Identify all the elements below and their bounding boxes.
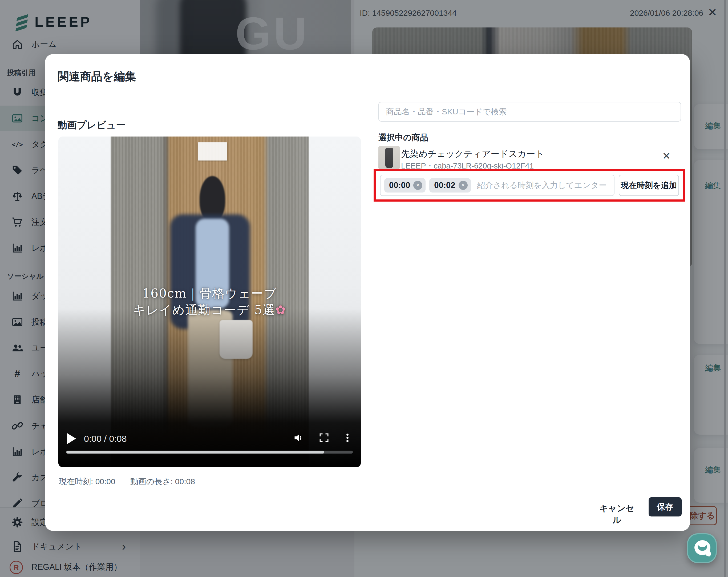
product-search-input[interactable] [379, 102, 681, 122]
product-title: 先染めチェックティアードスカート [401, 148, 544, 160]
play-icon[interactable] [67, 433, 76, 444]
video-time: 0:00 / 0:08 [84, 433, 127, 444]
video-controls: 0:00 / 0:08 [58, 427, 361, 467]
time-chip: 00:00 × [384, 178, 425, 193]
annotation-highlight: 00:00 × 00:02 × 紹介される時刻を入力してエンター 現在時刻を追加 [373, 169, 685, 202]
time-tags-input[interactable]: 00:00 × 00:02 × 紹介される時刻を入力してエンター [380, 175, 615, 196]
chat-widget-button[interactable] [687, 533, 717, 563]
video-caption-line1: 160cm｜骨格ウェーブ [58, 285, 361, 302]
video-preview-label: 動画プレビュー [57, 119, 126, 132]
duration-label: 動画の長さ: 00:08 [130, 476, 195, 487]
chat-bubble-icon [695, 540, 710, 555]
fullscreen-icon[interactable] [318, 432, 330, 444]
chip-remove-icon[interactable]: × [459, 181, 468, 190]
current-time-label: 現在時刻: 00:00 [59, 476, 115, 487]
app-root: LEEEP ホーム 投稿引用 収集 コン </> タグ ラベ [0, 0, 728, 577]
video-player[interactable]: 160cm｜骨格ウェーブ キレイめ通勤コーデ 5選✿ 0:00 / 0:08 [58, 136, 361, 467]
time-chip: 00:02 × [429, 178, 471, 193]
time-input-placeholder: 紹介される時刻を入力してエンター [477, 180, 607, 191]
modal-title: 関連商品を編集 [57, 69, 136, 84]
product-thumbnail [379, 146, 400, 169]
selected-products-heading: 選択中の商品 [379, 132, 428, 143]
save-button[interactable]: 保存 [649, 497, 682, 517]
chat-smile [698, 545, 707, 551]
cancel-button[interactable]: キャンセル [596, 503, 638, 526]
video-progress-bar[interactable] [67, 451, 353, 454]
chip-remove-icon[interactable]: × [413, 181, 422, 190]
kebab-menu-icon[interactable] [342, 432, 353, 444]
edit-related-products-modal: 関連商品を編集 動画プレビュー 160cm｜骨格ウェーブ キレイめ通勤コーデ 5… [45, 54, 690, 531]
remove-product-icon[interactable]: ✕ [662, 150, 671, 162]
add-current-time-button[interactable]: 現在時刻を追加 [619, 175, 679, 196]
video-progress-fill [67, 451, 324, 454]
door-sign [198, 142, 227, 160]
video-meta: 現在時刻: 00:00 動画の長さ: 00:08 [59, 476, 195, 487]
volume-icon[interactable] [293, 432, 305, 444]
